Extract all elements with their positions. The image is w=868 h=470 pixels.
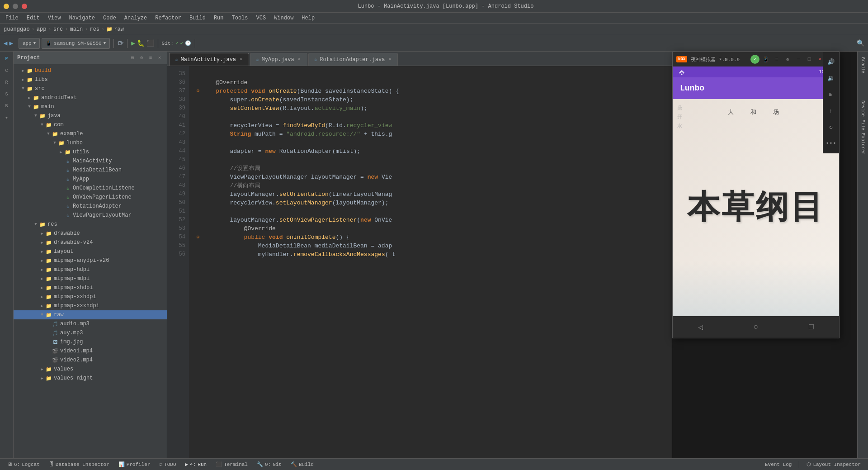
nox-sidebar-share[interactable]: ↑: [825, 104, 837, 117]
menu-run[interactable]: Run: [210, 14, 227, 22]
tree-drawable[interactable]: ▶ 📁 drawable: [14, 229, 167, 238]
back-btn[interactable]: ◀: [4, 39, 7, 47]
build-variants-icon[interactable]: B: [1, 100, 12, 111]
breadcrumb-src[interactable]: src: [53, 26, 63, 33]
tree-mipmap-xxhdpi[interactable]: ▶ 📁 mipmap-xxhdpi: [14, 292, 167, 301]
panel-gear-icon[interactable]: ⚙: [138, 54, 145, 62]
tab-close-rotationadapter[interactable]: ×: [387, 57, 392, 62]
tree-lunbo[interactable]: ▼ 📁 lunbo: [14, 138, 167, 147]
debug-btn[interactable]: 🐛: [137, 39, 145, 47]
tree-myapp[interactable]: ▶ ☕ MyApp: [14, 175, 167, 184]
code-text[interactable]: @Override ⊙ protected void onCreate(Bund…: [189, 66, 672, 458]
todo-btn[interactable]: ☑ TODO: [156, 461, 179, 468]
tree-auy-mp3[interactable]: ▶ 🎵 auy.mp3: [14, 328, 167, 337]
git-history-btn[interactable]: 🕐: [185, 40, 191, 46]
tree-viewpagerlayoutman[interactable]: ▶ ☕ ViewPagerLayoutMar: [14, 211, 167, 220]
nox-home-btn[interactable]: ○: [754, 323, 759, 332]
tree-mipmap-hdpi[interactable]: ▶ 📁 mipmap-hdpi: [14, 265, 167, 274]
tree-libs[interactable]: ▶ 📁 libs: [14, 75, 167, 84]
layout-inspector-btn[interactable]: ⬡ Layout Inspector: [803, 461, 864, 468]
tree-layout[interactable]: ▶ 📁 layout: [14, 247, 167, 256]
tree-oncompletionlistener[interactable]: ▶ ☕ OnCompletionListene: [14, 184, 167, 193]
device-file-tab[interactable]: Device File Explorer: [859, 97, 868, 158]
tab-myapp[interactable]: ☕ MyApp.java ×: [250, 53, 307, 66]
panel-external-icon[interactable]: ⊞: [129, 54, 136, 62]
nox-back-btn[interactable]: ◁: [698, 322, 703, 332]
tab-rotationadapter[interactable]: ☕ RotationAdapter.java ×: [308, 53, 398, 66]
database-inspector-btn[interactable]: 🗄 Database Inspector: [45, 461, 113, 468]
menu-analyze[interactable]: Analyze: [121, 14, 151, 22]
menu-window[interactable]: Window: [270, 14, 297, 22]
device-btn[interactable]: 📱 samsung SM-G9550 ▼: [42, 38, 110, 49]
menu-vcs[interactable]: VCS: [253, 14, 270, 22]
resource-icon[interactable]: R: [1, 77, 12, 88]
run-btn[interactable]: ▶: [131, 39, 135, 47]
tree-values-night[interactable]: ▶ 📁 values-night: [14, 374, 167, 383]
tree-res[interactable]: ▼ 📁 res: [14, 220, 167, 229]
nox-sidebar-rotate[interactable]: ↻: [825, 121, 837, 133]
gradle-tab[interactable]: Gradle: [859, 53, 868, 77]
tree-mipmap-anydpi[interactable]: ▶ 📁 mipmap-anydpi-v26: [14, 256, 167, 265]
tree-build[interactable]: ▶ 📁 build: [14, 66, 167, 75]
menu-help[interactable]: Help: [298, 14, 318, 22]
code-editor[interactable]: 35 36 37 38 39 40 41 42 43 44 45 46 47 4…: [167, 66, 672, 458]
panel-settings-icon[interactable]: ≡: [147, 54, 154, 62]
nox-sidebar-volume-up[interactable]: 🔊: [825, 56, 837, 68]
terminal-btn[interactable]: ⬛ Terminal: [212, 461, 251, 468]
tree-img-jpg[interactable]: ▶ 🖼 img.jpg: [14, 337, 167, 347]
breadcrumb-main[interactable]: main: [70, 26, 83, 33]
nox-phone-icon[interactable]: 📱: [761, 55, 770, 64]
panel-close-icon[interactable]: ×: [156, 54, 163, 62]
tree-mipmap-xhdpi[interactable]: ▶ 📁 mipmap-xhdpi: [14, 283, 167, 292]
tree-androidtest[interactable]: ▶ 📁 androidTest: [14, 93, 167, 102]
build-btn[interactable]: 🔨 Build: [287, 461, 317, 468]
search-btn[interactable]: 🔍: [857, 39, 864, 47]
menu-refactor[interactable]: Refactor: [151, 14, 185, 22]
tree-raw[interactable]: ▼ 📁 raw: [14, 310, 167, 319]
breadcrumb-res[interactable]: res: [90, 26, 99, 33]
menu-code[interactable]: Code: [99, 14, 120, 22]
profiler-btn[interactable]: 📊 Profiler: [115, 461, 154, 468]
tab-mainactivity[interactable]: ☕ MainActivity.java ×: [169, 53, 249, 66]
breadcrumb-guanggao[interactable]: guanggao: [4, 26, 30, 33]
tree-video2-mp4[interactable]: ▶ 🎬 video2.mp4: [14, 356, 167, 365]
minimize-btn[interactable]: [4, 4, 9, 9]
sync-btn[interactable]: ⟳: [118, 39, 123, 48]
menu-edit[interactable]: Edit: [23, 14, 43, 22]
nox-minimize-icon[interactable]: ─: [794, 55, 803, 64]
maximize-btn[interactable]: [13, 4, 18, 9]
git-btn[interactable]: 🔧 9: Git: [253, 461, 285, 468]
structure-icon[interactable]: S: [1, 89, 12, 100]
breadcrumb-app[interactable]: app: [37, 26, 47, 33]
close-btn[interactable]: [22, 4, 27, 9]
tree-onviewpagerlistener[interactable]: ▶ ☕ OnViewPagerListene: [14, 193, 167, 202]
stop-btn[interactable]: ⬛: [146, 39, 154, 47]
tree-mipmap-xxxhdpi[interactable]: ▶ 📁 mipmap-xxxhdpi: [14, 301, 167, 310]
logcat-btn[interactable]: 🖥 6: Logcat: [4, 461, 43, 468]
tree-com[interactable]: ▼ 📁 com: [14, 120, 167, 129]
tree-utils[interactable]: ▶ 📁 utils: [14, 147, 167, 157]
tree-values[interactable]: ▶ 📁 values: [14, 365, 167, 374]
tree-mediadetailbean[interactable]: ▶ ☕ MediaDetailBean: [14, 166, 167, 175]
nox-menu-icon[interactable]: ≡: [772, 55, 781, 64]
tree-drawable-v24[interactable]: ▶ 📁 drawable-v24: [14, 238, 167, 247]
event-log-btn[interactable]: Event Log: [761, 461, 795, 468]
tree-mipmap-mdpi[interactable]: ▶ 📁 mipmap-mdpi: [14, 274, 167, 283]
nox-recent-btn[interactable]: □: [809, 323, 814, 332]
nox-sidebar-full[interactable]: ⊞: [825, 88, 837, 101]
tree-audio-mp3[interactable]: ▶ 🎵 audio.mp3: [14, 319, 167, 328]
nox-settings-icon[interactable]: ⚙: [783, 55, 792, 64]
menu-view[interactable]: View: [44, 14, 65, 22]
menu-build[interactable]: Build: [186, 14, 209, 22]
run-config-btn[interactable]: app ▼: [19, 38, 40, 49]
tree-src[interactable]: ▼ 📁 src: [14, 84, 167, 93]
nox-green-btn[interactable]: ✓: [750, 55, 760, 64]
run-btn-bottom[interactable]: ▶ 4: Run: [181, 461, 210, 468]
nox-sidebar-volume-down[interactable]: 🔉: [825, 72, 837, 85]
tree-video1-mp4[interactable]: ▶ 🎬 video1.mp4: [14, 347, 167, 356]
commit-icon[interactable]: C: [1, 65, 12, 76]
tree-example[interactable]: ▼ 📁 example: [14, 129, 167, 138]
menu-file[interactable]: File: [2, 14, 22, 22]
favorites-icon[interactable]: ★: [1, 112, 12, 123]
tree-main[interactable]: ▼ 📁 main: [14, 102, 167, 111]
